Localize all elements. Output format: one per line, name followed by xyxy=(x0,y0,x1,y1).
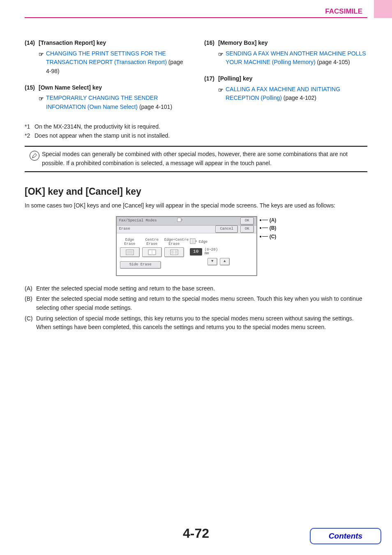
decrease-button[interactable]: ▼ xyxy=(208,258,217,265)
item-reference: ☞ TEMPORARILY CHANGING THE SENDER INFORM… xyxy=(39,94,188,111)
edge-unit-group: (0~20) mm xyxy=(205,248,218,256)
reference-text: CHANGING THE PRINT SETTINGS FOR THE TRAN… xyxy=(46,49,188,76)
section-intro: In some cases two [OK] keys and one [Can… xyxy=(25,201,367,210)
item-body: [Polling] key ☞ CALLING A FAX MACHINE AN… xyxy=(218,74,367,103)
edge-row: Edge xyxy=(190,238,247,246)
footnote-1: *1 On the MX-2314N, the productivity kit… xyxy=(25,122,367,131)
definition-mark: (B) xyxy=(25,295,36,312)
reference-link[interactable]: CHANGING THE PRINT SETTINGS FOR THE TRAN… xyxy=(46,50,167,66)
svg-rect-0 xyxy=(178,218,181,222)
cancel-button[interactable]: Cancel xyxy=(215,226,238,233)
content: (14) [Transaction Report] key ☞ CHANGING… xyxy=(25,39,367,332)
pointer-icon: ☞ xyxy=(218,86,225,95)
ui-titlebar: Fax/Special Modes OK xyxy=(117,217,256,226)
ok-b-button[interactable]: OK xyxy=(240,226,254,233)
pointer-icon: ☞ xyxy=(39,94,45,104)
footnote-mark: *1 xyxy=(25,122,35,131)
edge-value-row: 10 (0~20) mm xyxy=(190,248,247,256)
tile-icon xyxy=(142,247,162,257)
tile-label: Edge+CentreErase xyxy=(164,238,184,246)
item-body: [Transaction Report] key ☞ CHANGING THE … xyxy=(39,39,188,76)
reference-text: TEMPORARILY CHANGING THE SENDER INFORMAT… xyxy=(46,94,188,111)
item-body: [Own Name Select] key ☞ TEMPORARILY CHAN… xyxy=(39,83,188,112)
definition-text: Enter the selected special mode setting … xyxy=(36,284,215,293)
page: FACSIMILE (14) [Transaction Report] key … xyxy=(0,0,392,555)
header-title: FACSIMILE xyxy=(25,7,367,17)
side-erase-button[interactable]: Side Erase xyxy=(120,261,161,269)
tile-icon xyxy=(120,247,140,257)
callout-b: (B) xyxy=(260,224,277,232)
svg-rect-4 xyxy=(152,250,152,255)
footnotes: *1 On the MX-2314N, the productivity kit… xyxy=(25,122,367,140)
definition-mark: (C) xyxy=(25,314,36,332)
callout-labels: (A) (B) (C) xyxy=(260,216,277,242)
pointer-icon: ☞ xyxy=(39,50,45,59)
footnote-2: *2 Does not appear when the stamp unit i… xyxy=(25,131,367,140)
item-body: [Memory Box] key ☞ SENDING A FAX WHEN AN… xyxy=(218,39,367,67)
reference-page: (page 4-101) xyxy=(138,104,172,110)
item-title: [Polling] key xyxy=(218,74,367,83)
svg-rect-2 xyxy=(127,251,133,254)
key-item-17: (17) [Polling] key ☞ CALLING A FAX MACHI… xyxy=(204,74,367,103)
reference-text: CALLING A FAX MACHINE AND INITIATING REC… xyxy=(226,85,367,103)
footnote-text: On the MX-2314N, the productivity kit is… xyxy=(35,122,160,131)
right-column: (16) [Memory Box] key ☞ SENDING A FAX WH… xyxy=(204,39,367,119)
edge-unit: mm xyxy=(205,252,218,256)
key-item-15: (15) [Own Name Select] key ☞ TEMPORARILY… xyxy=(25,83,188,112)
contents-button[interactable]: Contents xyxy=(310,528,381,544)
header-rule xyxy=(25,17,367,18)
tile-edge-centre-erase[interactable]: Edge+CentreErase xyxy=(164,238,184,257)
reference-page: (page 4-102) xyxy=(282,94,316,101)
callout-c: (C) xyxy=(260,232,277,242)
ui-illustration: Fax/Special Modes OK Erase Cancel OK xyxy=(116,216,277,276)
item-number: (14) xyxy=(25,39,39,76)
ui-panel: Fax/Special Modes OK Erase Cancel OK xyxy=(116,216,257,276)
key-item-16: (16) [Memory Box] key ☞ SENDING A FAX WH… xyxy=(204,39,367,67)
definitions: (A) Enter the selected special mode sett… xyxy=(25,284,367,332)
definition-a: (A) Enter the selected special mode sett… xyxy=(25,284,367,293)
ui-subbar-buttons: Cancel OK xyxy=(215,226,254,233)
edge-value-group: Edge 10 (0~20) mm ▼ ▲ xyxy=(190,238,247,269)
ui-illustration-wrap: Fax/Special Modes OK Erase Cancel OK xyxy=(25,216,367,276)
ok-a-button[interactable]: OK xyxy=(240,217,254,225)
item-title: [Transaction Report] key xyxy=(39,39,188,48)
item-reference: ☞ CHANGING THE PRINT SETTINGS FOR THE TR… xyxy=(39,49,188,76)
ui-subbar: Erase Cancel OK xyxy=(117,226,256,233)
item-reference: ☞ CALLING A FAX MACHINE AND INITIATING R… xyxy=(218,85,367,103)
reference-page: (page 4-105) xyxy=(316,59,350,65)
reference-text: SENDING A FAX WHEN ANOTHER MACHINE POLLS… xyxy=(226,49,367,67)
tile-centre-erase[interactable]: CentreErase xyxy=(142,238,162,257)
ui-titlebar-left: Fax/Special Modes xyxy=(119,217,183,225)
callout-a: (A) xyxy=(260,216,277,224)
edge-value: 10 xyxy=(190,248,202,256)
pencil-icon xyxy=(30,151,39,161)
item-number: (16) xyxy=(204,39,218,67)
note-text: Special modes can generally be combined … xyxy=(42,150,365,168)
erase-tile-group: EdgeErase CentreErase xyxy=(120,238,186,269)
item-number: (15) xyxy=(25,83,39,112)
section-heading: [OK] key and [Cancel] key xyxy=(25,184,367,199)
left-column: (14) [Transaction Report] key ☞ CHANGING… xyxy=(25,39,188,119)
page-edge-icon xyxy=(190,238,197,246)
pointer-icon: ☞ xyxy=(218,50,225,59)
item-title: [Memory Box] key xyxy=(218,39,367,48)
chapter-tab xyxy=(374,0,392,18)
definition-text: During selection of special mode setting… xyxy=(36,314,367,332)
footnote-mark: *2 xyxy=(25,131,35,140)
footnote-text: Does not appear when the stamp unit is n… xyxy=(35,131,170,140)
page-header: FACSIMILE xyxy=(25,7,367,18)
key-list-columns: (14) [Transaction Report] key ☞ CHANGING… xyxy=(25,39,367,119)
page-preview-icon xyxy=(177,217,183,225)
definition-c: (C) During selection of special mode set… xyxy=(25,314,367,332)
increase-button[interactable]: ▲ xyxy=(220,258,230,265)
ui-subtitle: Erase xyxy=(119,226,130,232)
tile-icon xyxy=(164,247,184,257)
item-number: (17) xyxy=(204,74,218,103)
definition-b: (B) Enter the selected special mode sett… xyxy=(25,295,367,312)
side-erase-wrap: Side Erase xyxy=(120,260,186,269)
svg-rect-7 xyxy=(174,250,175,255)
tile-edge-erase[interactable]: EdgeErase xyxy=(120,238,140,257)
note-box: Special modes can generally be combined … xyxy=(25,146,367,172)
ui-body: EdgeErase CentreErase xyxy=(117,233,256,275)
item-reference: ☞ SENDING A FAX WHEN ANOTHER MACHINE POL… xyxy=(218,49,367,67)
